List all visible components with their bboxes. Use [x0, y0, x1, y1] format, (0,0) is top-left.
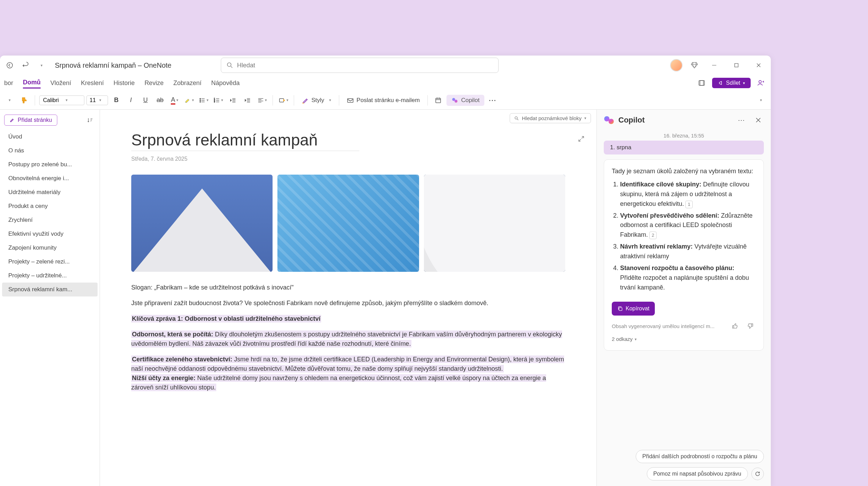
svg-point-5	[759, 81, 761, 83]
menu-item-historie[interactable]: Historie	[114, 78, 135, 88]
svg-point-8	[200, 101, 201, 102]
content-image[interactable]	[277, 175, 419, 272]
references-toggle[interactable]: 2 odkazy▾	[612, 335, 756, 343]
page-item[interactable]: Projekty – udržitelné...	[2, 269, 98, 283]
copilot-toggle-icon[interactable]	[756, 77, 767, 89]
copilot-response: Tady je seznam úkolů založený na vybrané…	[604, 159, 764, 351]
styles-button[interactable]: Styly▾	[298, 95, 335, 105]
suggestion-chip[interactable]: Pomoz mi napsat působivou zprávu	[647, 467, 748, 480]
add-page-button[interactable]: Přidat stránku	[4, 115, 57, 126]
font-family-select[interactable]: Calibri▾	[39, 95, 84, 105]
meeting-details-button[interactable]	[432, 94, 444, 107]
close-button[interactable]	[751, 59, 767, 72]
paragraph[interactable]: Nižší účty za energie: Naše udržitelné d…	[131, 374, 565, 392]
content-image[interactable]	[424, 175, 565, 272]
align-button[interactable]: ▾	[256, 94, 268, 107]
paragraph[interactable]: Klíčová zpráva 1: Odbornost v oblasti ud…	[131, 314, 565, 324]
reference-badge[interactable]: 1	[685, 201, 693, 208]
reference-badge[interactable]: 2	[649, 232, 657, 239]
increase-indent[interactable]	[241, 94, 254, 107]
highlight-button[interactable]: ▾	[183, 94, 195, 107]
paragraph[interactable]: Certifikace zeleného stavebnictví: Jsme …	[131, 355, 565, 374]
copy-button[interactable]: Kopírovat	[612, 302, 655, 316]
menu-item-bor[interactable]: bor	[4, 78, 13, 88]
diamond-icon[interactable]	[689, 60, 700, 71]
page-item[interactable]: Postupy pro zelené bu...	[2, 158, 98, 171]
svg-rect-4	[700, 81, 703, 85]
copy-icon	[617, 306, 623, 311]
page-item[interactable]: Zapojení komunity	[2, 241, 98, 255]
copilot-ribbon-button[interactable]: Copilot	[446, 95, 484, 106]
page-item[interactable]: Obnovitelná energie i...	[2, 171, 98, 185]
search-icon	[227, 62, 233, 68]
menu-item-vložení[interactable]: Vložení	[50, 78, 71, 88]
page-item[interactable]: Projekty – zelené rezi...	[2, 255, 98, 269]
user-prompt-chip: 1. srpna	[604, 141, 764, 154]
task-item: Stanovení rozpočtu a časového plánu: Při…	[620, 263, 756, 293]
numbering-button[interactable]: 123▾	[212, 94, 225, 107]
font-color-button[interactable]: A▾	[168, 94, 181, 107]
page-item[interactable]: Udržitelné materiály	[2, 185, 98, 199]
copilot-logo-icon	[604, 115, 614, 125]
thumbs-up-button[interactable]	[729, 320, 741, 332]
user-avatar[interactable]	[670, 59, 683, 72]
bullets-button[interactable]: ▾	[198, 94, 210, 107]
email-page-button[interactable]: Poslat stránku e-mailem	[343, 95, 423, 105]
tags-button[interactable]: ▾	[277, 94, 290, 107]
copilot-more-button[interactable]: ⋯	[736, 115, 747, 126]
decrease-indent[interactable]	[227, 94, 239, 107]
menu-item-kreslení[interactable]: Kreslení	[81, 78, 104, 88]
customize-dropdown[interactable]: ▾	[36, 60, 47, 71]
font-size-select[interactable]: 11▾	[86, 95, 108, 105]
strikethrough-button[interactable]: ab	[154, 94, 166, 107]
menubar: borDomůVloženíKresleníHistorieRevizeZobr…	[0, 75, 771, 91]
search-box[interactable]	[221, 58, 499, 73]
back-button[interactable]	[4, 60, 15, 71]
page-item[interactable]: Srpnová reklamní kam...	[2, 283, 98, 296]
underline-button[interactable]: U	[139, 94, 152, 107]
paste-dropdown[interactable]: ▾	[3, 94, 16, 107]
menu-item-revize[interactable]: Revize	[144, 78, 164, 88]
expand-button[interactable]	[576, 133, 587, 144]
share-button[interactable]: Sdílet ▾	[712, 78, 751, 88]
svg-rect-13	[348, 99, 353, 102]
page-item[interactable]: Efektivní využití vody	[2, 227, 98, 241]
paragraph[interactable]: Odbornost, která se počítá: Díky dlouhol…	[131, 330, 565, 349]
suggestion-chip[interactable]: Přidání dalších podrobností o rozpočtu a…	[636, 450, 764, 463]
copilot-icon	[451, 97, 458, 104]
notebook-search[interactable]: Hledat poznámkové bloky ▾	[510, 113, 591, 123]
maximize-button[interactable]	[728, 59, 744, 72]
italic-button[interactable]: I	[125, 94, 137, 107]
search-input[interactable]	[237, 62, 493, 69]
svg-rect-2	[735, 64, 738, 67]
email-icon	[347, 97, 354, 104]
image-row	[131, 175, 565, 272]
refresh-suggestions-button[interactable]	[751, 468, 764, 480]
page-item[interactable]: Úvod	[2, 130, 98, 144]
panel-icon[interactable]	[696, 77, 707, 89]
document-title: Srpnová reklamní kampaň – OneNote	[55, 61, 172, 69]
page-item[interactable]: Produkt a ceny	[2, 199, 98, 213]
task-item: Vytvoření přesvědčivého sdělení: Zdůrazn…	[620, 211, 756, 240]
ribbon-dropdown[interactable]: ▾	[755, 94, 767, 107]
editor-canvas[interactable]: Srpnová reklamní kampaň Středa, 7. červn…	[100, 110, 596, 486]
bold-button[interactable]: B	[110, 94, 123, 107]
minimize-button[interactable]	[706, 59, 722, 72]
svg-point-6	[200, 98, 201, 99]
menu-item-nápověda[interactable]: Nápověda	[211, 78, 240, 88]
paragraph[interactable]: Jste připravení zažít budoucnost života?…	[131, 299, 565, 308]
page-item[interactable]: O nás	[2, 144, 98, 158]
page-title[interactable]: Srpnová reklamní kampaň	[131, 131, 359, 151]
menu-item-domů[interactable]: Domů	[23, 77, 41, 89]
page-item[interactable]: Zrychlení	[2, 213, 98, 227]
content-image[interactable]	[131, 175, 273, 272]
copilot-close-button[interactable]	[753, 115, 764, 126]
format-painter[interactable]	[18, 94, 31, 107]
menu-item-zobrazení[interactable]: Zobrazení	[173, 78, 201, 88]
more-commands[interactable]: ⋯	[486, 94, 499, 107]
svg-point-0	[7, 62, 12, 68]
sort-button[interactable]	[84, 115, 95, 126]
paragraph[interactable]: Slogan: „Fabrikam – kde se udržitelnost …	[131, 283, 565, 292]
undo-button[interactable]	[20, 60, 31, 71]
thumbs-down-button[interactable]	[745, 320, 756, 332]
